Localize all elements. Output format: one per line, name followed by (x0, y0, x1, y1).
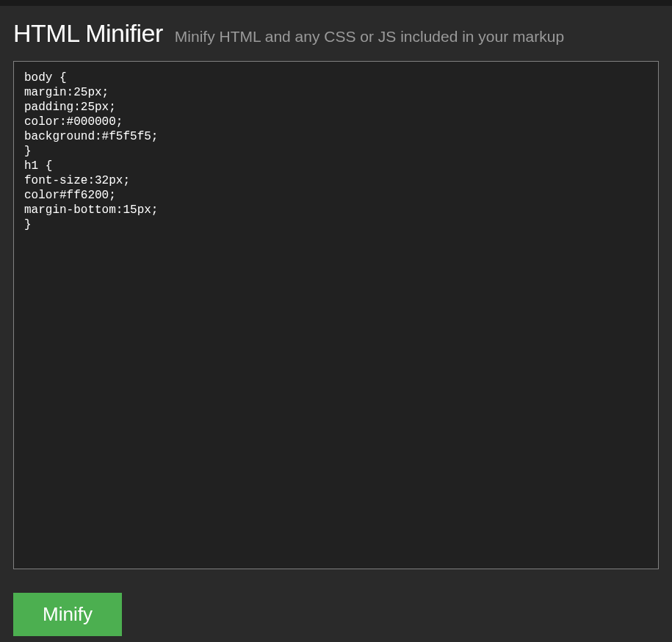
page-title: HTML Minifier (13, 19, 163, 48)
top-bar (0, 0, 672, 6)
code-input[interactable] (13, 61, 659, 569)
page-subtitle: Minify HTML and any CSS or JS included i… (175, 28, 564, 46)
minify-button[interactable]: Minify (13, 593, 122, 636)
header: HTML Minifier Minify HTML and any CSS or… (13, 19, 659, 48)
main-container: HTML Minifier Minify HTML and any CSS or… (0, 6, 672, 642)
